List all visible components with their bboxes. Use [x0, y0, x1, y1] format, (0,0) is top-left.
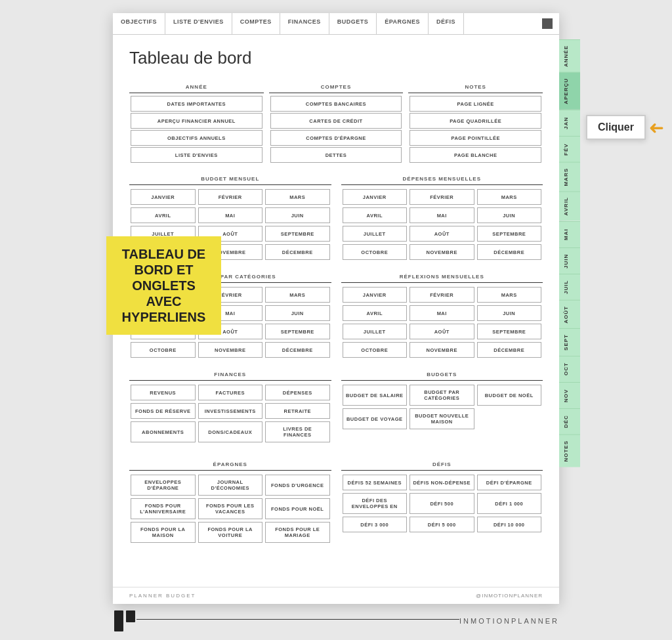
dc-oct[interactable]: OCTOBRE	[131, 342, 196, 358]
dc-nov[interactable]: NOVEMBRE	[198, 342, 263, 358]
bud-item-0[interactable]: BUDGET DE SALAIRE	[343, 385, 408, 406]
side-tab-juil[interactable]: JUIL	[559, 274, 580, 300]
ep-item-0[interactable]: ENVELOPPES D'ÉPARGNE	[131, 475, 196, 496]
ep-item-2[interactable]: FONDS D'URGENCE	[265, 475, 330, 496]
nav-defis[interactable]: DÉFIS	[429, 13, 464, 34]
dc-mars[interactable]: MARS	[265, 287, 330, 303]
def-item-2[interactable]: DÉFI D'ÉPARGNE	[477, 475, 542, 490]
ep-item-7[interactable]: FONDS POUR LA VOITURE	[198, 522, 263, 543]
side-tab-nov[interactable]: NOV	[559, 382, 580, 408]
rm-dec[interactable]: DÉCEMBRE	[477, 342, 542, 358]
rm-avr[interactable]: AVRIL	[343, 305, 408, 321]
rm-aout[interactable]: AOÛT	[410, 324, 474, 339]
dm-juin[interactable]: JUIN	[477, 207, 542, 223]
bm-fev[interactable]: FÉVRIER	[198, 189, 263, 205]
rm-juil[interactable]: JUILLET	[343, 324, 408, 339]
annee-item-1[interactable]: APERÇU FINANCIER ANNUEL	[131, 113, 262, 129]
notes-item-2[interactable]: PAGE POINTILLÉE	[410, 130, 541, 146]
def-item-7[interactable]: DÉFI 5 000	[410, 517, 474, 532]
def-item-4[interactable]: DÉFI 500	[410, 493, 474, 514]
nav-liste-envies[interactable]: LISTE D'ENVIES	[165, 13, 232, 34]
dm-dec[interactable]: DÉCEMBRE	[477, 244, 542, 260]
minimize-button[interactable]	[542, 18, 553, 29]
dm-nov[interactable]: NOVEMBRE	[410, 244, 474, 260]
rm-juin[interactable]: JUIN	[477, 305, 542, 321]
nav-comptes[interactable]: COMPTES	[232, 13, 280, 34]
rm-jan[interactable]: JANVIER	[343, 287, 408, 303]
def-item-0[interactable]: DÉFIS 52 SEMAINES	[343, 475, 408, 490]
annee-item-0[interactable]: DATES IMPORTANTES	[131, 96, 262, 112]
dm-sept[interactable]: SEPTEMBRE	[477, 226, 542, 242]
bud-item-1[interactable]: BUDGET PAR CATÉGORIES	[410, 385, 474, 406]
fin-item-1[interactable]: FACTURES	[198, 385, 263, 400]
fin-item-8[interactable]: LIVRES DE FINANCES	[265, 421, 330, 442]
bm-avr[interactable]: AVRIL	[131, 207, 196, 223]
comptes-item-1[interactable]: CARTES DE CRÉDIT	[270, 113, 402, 129]
dm-juil[interactable]: JUILLET	[343, 226, 408, 242]
dm-avr[interactable]: AVRIL	[343, 207, 408, 223]
ep-item-3[interactable]: FONDS POUR L'ANNIVERSAIRE	[131, 498, 196, 519]
rm-nov[interactable]: NOVEMBRE	[410, 342, 474, 358]
ep-item-6[interactable]: FONDS POUR LA MAISON	[131, 522, 196, 543]
dm-mai[interactable]: MAI	[410, 207, 474, 223]
fin-item-7[interactable]: DONS/CADEAUX	[198, 421, 263, 442]
side-tab-apercu[interactable]: APERÇU	[559, 72, 580, 110]
def-item-6[interactable]: DÉFI 3 000	[343, 517, 408, 532]
rm-mai[interactable]: MAI	[410, 305, 474, 321]
ep-item-8[interactable]: FONDS POUR LE MARIAGE	[265, 522, 330, 543]
notes-item-1[interactable]: PAGE QUADRILLÉE	[410, 113, 541, 129]
rm-sept[interactable]: SEPTEMBRE	[477, 324, 542, 339]
side-tab-mars[interactable]: MARS	[559, 162, 580, 192]
side-tab-juin[interactable]: JUIN	[559, 247, 580, 274]
bud-item-2[interactable]: BUDGET DE NOËL	[477, 385, 542, 406]
annee-item-2[interactable]: OBJECTIFS ANNUELS	[131, 130, 262, 146]
nav-budgets[interactable]: BUDGETS	[329, 13, 377, 34]
def-item-8[interactable]: DÉFI 10 000	[477, 517, 542, 532]
side-tab-aout[interactable]: AOÛT	[559, 300, 580, 329]
dc-dec[interactable]: DÉCEMBRE	[265, 342, 330, 358]
fin-item-5[interactable]: RETRAITE	[265, 403, 330, 419]
annee-item-3[interactable]: LISTE D'ENVIES	[131, 147, 262, 163]
bm-juin[interactable]: JUIN	[265, 207, 330, 223]
side-tab-oct[interactable]: OCT	[559, 356, 580, 382]
dc-sept[interactable]: SEPTEMBRE	[265, 324, 330, 339]
ep-item-4[interactable]: FONDS POUR LES VACANCES	[198, 498, 263, 519]
rm-oct[interactable]: OCTOBRE	[343, 342, 408, 358]
rm-mars[interactable]: MARS	[477, 287, 542, 303]
bm-jan[interactable]: JANVIER	[131, 189, 196, 205]
side-tab-dec[interactable]: DÉC	[559, 408, 580, 435]
nav-epargnes[interactable]: ÉPARGNES	[377, 13, 429, 34]
notes-item-3[interactable]: PAGE BLANCHE	[410, 147, 541, 163]
comptes-item-0[interactable]: COMPTES BANCAIRES	[270, 96, 402, 112]
def-item-5[interactable]: DÉFI 1 000	[477, 493, 542, 514]
def-item-1[interactable]: DÉFIS NON-DÉPENSE	[410, 475, 474, 490]
dm-aout[interactable]: AOÛT	[410, 226, 474, 242]
nav-objectifs[interactable]: OBJECTIFS	[113, 13, 165, 34]
fin-item-6[interactable]: ABONNEMENTS	[131, 421, 196, 442]
side-tab-fev[interactable]: FÉV	[559, 136, 580, 162]
bm-dec[interactable]: DÉCEMBRE	[265, 244, 330, 260]
fin-item-4[interactable]: INVESTISSEMENTS	[198, 403, 263, 419]
dm-fev[interactable]: FÉVRIER	[410, 189, 474, 205]
def-item-3[interactable]: DÉFI DES ENVELOPPES EN	[343, 493, 408, 514]
bm-mai[interactable]: MAI	[198, 207, 263, 223]
side-tab-mai[interactable]: MAI	[559, 221, 580, 247]
comptes-item-2[interactable]: COMPTES D'ÉPARGNE	[270, 130, 402, 146]
fin-item-3[interactable]: FONDS DE RÉSERVE	[131, 403, 196, 419]
ep-item-5[interactable]: FONDS POUR NOËL	[265, 498, 330, 519]
side-tab-jan[interactable]: JAN	[559, 110, 580, 136]
bm-sept[interactable]: SEPTEMBRE	[265, 226, 330, 242]
bud-item-4[interactable]: BUDGET NOUVELLE MAISON	[410, 408, 474, 429]
bm-mars[interactable]: MARS	[265, 189, 330, 205]
fin-item-0[interactable]: REVENUS	[131, 385, 196, 400]
dm-oct[interactable]: OCTOBRE	[343, 244, 408, 260]
nav-finances[interactable]: FINANCES	[280, 13, 329, 34]
dc-juin[interactable]: JUIN	[265, 305, 330, 321]
side-tab-avril[interactable]: AVRIL	[559, 191, 580, 221]
bud-item-3[interactable]: BUDGET DE VOYAGE	[343, 408, 408, 429]
fin-item-2[interactable]: DÉPENSES	[265, 385, 330, 400]
side-tab-sept[interactable]: SEPT	[559, 328, 580, 356]
notes-item-0[interactable]: PAGE LIGNÉE	[410, 96, 541, 112]
side-tab-notes[interactable]: NOTES	[559, 435, 580, 467]
comptes-item-3[interactable]: DETTES	[270, 147, 402, 163]
